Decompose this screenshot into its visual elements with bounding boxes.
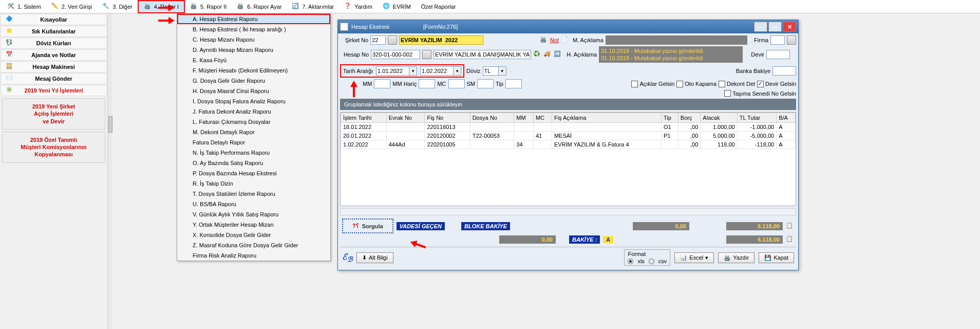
yazdir-button[interactable]: 🖨️Yazdır <box>718 252 755 263</box>
dd-item[interactable]: B. Hesap Ekstresi ( İki hesap aralığı ) <box>177 24 330 34</box>
truck-icon[interactable]: 🚚 <box>543 50 552 59</box>
sidebar-hesap-makinesi[interactable]: 🧮Hesap Makinesi <box>1 61 107 72</box>
devir-input[interactable] <box>766 50 790 59</box>
minimize-button[interactable]: — <box>754 22 767 32</box>
doc-icon[interactable]: 📄 <box>561 36 569 44</box>
menu-sistem[interactable]: 🛠️1. Sistem <box>2 1 46 12</box>
sidebar-doviz[interactable]: 💱Döviz Kurları <box>1 38 107 49</box>
menu-ozel-raporlar[interactable]: Özel Raporlar <box>416 2 461 11</box>
col-header[interactable]: Borç <box>678 113 701 123</box>
tip-input[interactable] <box>505 79 522 88</box>
col-header[interactable]: TL Tutar <box>737 113 776 123</box>
sm-input[interactable] <box>477 79 494 88</box>
splitter[interactable] <box>108 13 112 329</box>
dd-item[interactable]: G. Dosya Gelir Gider Raporu <box>177 76 330 86</box>
dd-item[interactable]: O. Ay Bazında Satış Raporu <box>177 158 330 168</box>
menu-aktarimlar[interactable]: 🔄7. Aktarımlar <box>287 1 339 12</box>
close-button[interactable]: ✕ <box>783 22 796 32</box>
banka-input[interactable] <box>772 66 796 76</box>
sirket-no-input[interactable] <box>370 35 386 45</box>
dd-item[interactable]: X. Konsolide Dosya Gelir Gider <box>177 230 330 240</box>
dd-item[interactable]: R. İş Takip Dizin <box>177 178 330 189</box>
dd-item[interactable]: D. Ayrıntlı Hesap Mizanı Raporu <box>177 45 330 55</box>
altbilgi-button[interactable]: ⬇Alt Bilgi <box>356 252 393 263</box>
chevron-down-icon[interactable]: ▾ <box>705 254 708 261</box>
dd-item[interactable]: T. Dosya Statüleri İzleme Raporu <box>177 189 330 199</box>
menu-rapor-2[interactable]: 🖨️5. Rapor II <box>185 1 232 12</box>
col-header[interactable]: MC <box>533 113 552 123</box>
dd-item[interactable]: F. Müşteri Hesabı (Dekont Edilmeyen) <box>177 65 330 76</box>
dd-item[interactable]: L. Faturası Çıkmamış Dosyalar <box>177 117 330 127</box>
sidebar-box-komisyon[interactable]: 2019 Özel Tanımlı Müşteri Komisyonlarını… <box>2 132 105 163</box>
col-header[interactable]: Dosya No <box>470 113 514 123</box>
col-header[interactable]: Fiş Açıklama <box>552 113 661 123</box>
dd-item[interactable]: C. Hesap Mizanı Raporu <box>177 34 330 45</box>
group-by-header[interactable]: Gruplamak istediğiniz kolonu buraya sürü… <box>340 99 796 110</box>
col-header[interactable]: Evrak No <box>386 113 425 123</box>
chevron-down-icon[interactable]: ▼ <box>453 66 461 76</box>
table-row[interactable]: 20.01.2022220120002T22-0005341MESAİP1,00… <box>341 132 796 140</box>
mm-input[interactable] <box>374 79 390 88</box>
dd-item[interactable]: I. Dosya Stopaj Fatura Analiz Raporu <box>177 96 330 106</box>
not-link[interactable]: Not <box>550 37 559 43</box>
grid-scroll[interactable] <box>340 208 796 215</box>
dd-item[interactable]: J. Fatura Dekont Analiz Raporu <box>177 106 330 117</box>
col-header[interactable]: Tip <box>661 113 678 123</box>
sidebar-box-sirket[interactable]: 2019 Yeni Şirket Açılış İşlemleri ve Dev… <box>2 98 105 130</box>
radio-csv[interactable] <box>649 259 654 264</box>
chk-tasima[interactable] <box>724 90 731 97</box>
kapat-button[interactable]: 💾Kapat <box>759 252 794 263</box>
dd-item[interactable]: N. İş Takip Performans Raporu <box>177 148 330 158</box>
radio-xls[interactable] <box>628 259 633 264</box>
col-header[interactable]: B/A <box>777 113 796 123</box>
m-aciklama-field[interactable] <box>606 35 747 45</box>
col-header[interactable]: İşlem Tarihi <box>341 113 387 123</box>
sorgula-button[interactable]: ?⸮ Sorgula <box>342 218 393 233</box>
mc-input[interactable] <box>448 79 465 88</box>
dd-item[interactable]: V. Günlük Aylık Yıllık Satış Raporu <box>177 209 330 220</box>
refresh-icon[interactable]: ♻️ <box>533 50 541 59</box>
col-header[interactable]: Alacak <box>701 113 737 123</box>
menu-yardim[interactable]: ❓Yardım <box>339 1 378 12</box>
printer-icon[interactable]: 🖨️ <box>540 36 548 44</box>
titlebar[interactable]: Hesap Ekstresi [FormNo:276] — ▭ ✕ <box>338 20 798 33</box>
chk-aciklar[interactable] <box>631 81 638 87</box>
menu-veri-girisi[interactable]: ✏️2. Veri Girişi <box>46 1 97 12</box>
menu-diger[interactable]: 🔧3. Diğer <box>97 1 138 12</box>
firma-lookup[interactable] <box>787 35 796 45</box>
copy-icon[interactable]: 📋 <box>786 222 794 230</box>
chevron-down-icon[interactable]: ▼ <box>409 66 417 76</box>
result-grid[interactable]: İşlem TarihiEvrak NoFiş NoDosya NoMMMCFi… <box>340 112 796 206</box>
dd-item[interactable]: E. Kasa Föyü <box>177 55 330 65</box>
sidebar-sik-kullanilanlar[interactable]: ⭐Sık Kullanılanlar <box>1 26 107 37</box>
dd-item[interactable]: Z. Masraf Koduna Göre Dosya Gelir Gider <box>177 240 330 250</box>
chevron-down-icon[interactable]: ▼ <box>498 66 506 76</box>
date-to[interactable]: ▼ <box>420 66 461 76</box>
chk-devir[interactable] <box>757 81 764 87</box>
sidebar-mesaj[interactable]: ✉️Mesaj Gönder <box>1 73 107 84</box>
sidebar-ajanda[interactable]: 📅Ajanda ve Notlar <box>1 49 107 61</box>
excel-button[interactable]: 📊Excel▾ <box>674 252 714 263</box>
sidebar-kisayollar[interactable]: 🔷Kısayollar <box>1 14 107 25</box>
date-from[interactable]: ▼ <box>376 66 417 76</box>
dd-item[interactable]: P. Dosya Bazında Hesap Ekstresi <box>177 168 330 178</box>
table-row[interactable]: 1.02.2022444Ad22020100534EVRİM YAZILIM &… <box>341 140 796 149</box>
maximize-button[interactable]: ▭ <box>768 22 782 32</box>
col-header[interactable]: Fiş No <box>425 113 470 123</box>
dd-item[interactable]: Y. Ortak Müşteriler Hesap Mizan <box>177 220 330 230</box>
dd-item[interactable]: M. Dekont Detaylı Rapor <box>177 127 330 137</box>
dd-item[interactable]: Firma Risk Analiz Raporu <box>177 250 330 261</box>
copy-icon[interactable]: 📋 <box>786 235 794 244</box>
dd-item[interactable]: H. Dosya Masraf Cinsi Raporu <box>177 86 330 96</box>
doviz-select[interactable]: ▼ <box>483 66 506 76</box>
dd-item[interactable]: U. BS/BA Raporu <box>177 199 330 209</box>
sidebar-yeni-yil[interactable]: ✳️2019 Yeni Yıl İşlemleri <box>1 85 107 96</box>
mmharic-input[interactable] <box>419 79 435 88</box>
hesap-lookup[interactable] <box>422 50 431 59</box>
table-row[interactable]: 18.01.2022220118013O1,001.000,00-1.000,0… <box>341 123 796 132</box>
firma-input[interactable] <box>770 35 785 45</box>
chk-oto[interactable] <box>676 81 683 87</box>
sirket-lookup-button[interactable] <box>388 35 397 45</box>
hesap-no-input[interactable] <box>371 50 420 59</box>
chk-dekont[interactable] <box>719 81 725 87</box>
